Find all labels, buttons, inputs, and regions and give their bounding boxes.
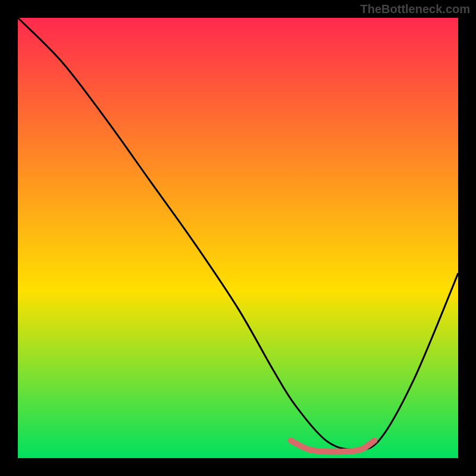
plot-area bbox=[18, 18, 458, 458]
chart-canvas: TheBottleneck.com bbox=[0, 0, 476, 476]
chart-svg bbox=[18, 18, 458, 458]
gradient-background bbox=[18, 18, 458, 458]
watermark-label: TheBottleneck.com bbox=[361, 2, 470, 16]
